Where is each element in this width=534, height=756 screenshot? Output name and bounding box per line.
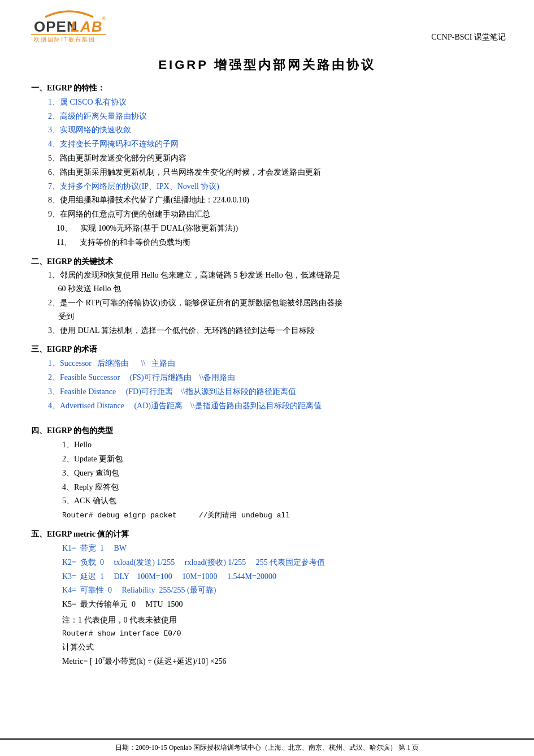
- debug-line: Router# debug eigrp packet //关闭请用 undebu…: [62, 509, 503, 522]
- content-area: EIGRP 增强型内部网关路由协议 一、EIGRP 的特性： 1、属 CISCO…: [0, 51, 534, 738]
- section4: 四、EIGRP 的包的类型 1、Hello 2、Update 更新包 3、Que…: [31, 424, 503, 522]
- item-4-3: 3、Query 查询包: [62, 466, 503, 480]
- k1-line: K1= 带宽 1 BW: [62, 542, 503, 555]
- section2-title: 二、EIGRP 的关键技术: [31, 255, 503, 269]
- section5-title: 五、EIGRP metric 值的计算: [31, 528, 503, 541]
- logo: OPEN LAB ® 欧朋国际IT教育集团: [28, 10, 110, 45]
- header-right-text: CCNP-BSCI 课堂笔记: [431, 32, 506, 45]
- svg-text:欧朋国际IT教育集团: 欧朋国际IT教育集团: [34, 36, 95, 42]
- main-title: EIGRP 增强型内部网关路由协议: [31, 57, 503, 74]
- item-1-11: 11、 支持等价的和非等价的负载均衡: [57, 236, 503, 249]
- section1-title: 一、EIGRP 的特性：: [31, 81, 503, 95]
- section4-title: 四、EIGRP 的包的类型: [31, 424, 503, 438]
- k2-line: K2= 负载 0 txload(发送) 1/255 rxload(接收) 1/2…: [62, 556, 503, 569]
- item-4-4: 4、Reply 应答包: [62, 481, 503, 494]
- item-1-5: 5、路由更新时发送变化部分的更新内容: [48, 152, 503, 165]
- item-1-9: 9、在网络的任意点可方便的创建手动路由汇总: [48, 208, 503, 221]
- section5: 五、EIGRP metric 值的计算 K1= 带宽 1 BW K2= 负载 0…: [31, 528, 503, 668]
- item-1-8: 8、使用组播和单播技术代替了广播(组播地址：224.0.0.10): [48, 193, 503, 207]
- item-1-10: 10、 实现 100%无环路(基于 DUAL(弥散更新算法)): [57, 222, 503, 235]
- svg-text:LAB: LAB: [71, 18, 102, 35]
- logo-svg: OPEN LAB ® 欧朋国际IT教育集团: [28, 10, 110, 43]
- item-1-6: 6、路由更新采用触发更新机制，只当网络发生变化的时候，才会发送路由更新: [48, 166, 503, 179]
- item-3-2: 2、Feasible Successor (FS)可行后继路由 \\备用路由: [48, 371, 503, 385]
- item-1-1: 1、属 CISCO 私有协议: [48, 96, 503, 109]
- item-2-1: 1、邻居的发现和恢复使用 Hello 包来建立，高速链路 5 秒发送 Hello…: [48, 269, 503, 296]
- item-1-4: 4、支持变长子网掩码和不连续的子网: [48, 137, 503, 151]
- note-line: 注：1 代表使用，0 代表未被使用: [62, 614, 503, 627]
- page: OPEN LAB ® 欧朋国际IT教育集团 CCNP-BSCI 课堂笔记 EIG…: [0, 0, 534, 756]
- item-1-2: 2、高级的距离矢量路由协议: [48, 110, 503, 123]
- k4-line: K4= 可靠性 0 Reliability 255/255 (最可靠): [62, 584, 503, 597]
- formula-title: 计算公式: [62, 641, 503, 654]
- item-3-3: 3、Feasible Distance (FD)可行距离 \\指从源到达目标段的…: [48, 385, 503, 399]
- section1: 一、EIGRP 的特性： 1、属 CISCO 私有协议 2、高级的距离矢量路由协…: [31, 81, 503, 249]
- show-line: Router# show interface E0/0: [62, 628, 503, 640]
- section2: 二、EIGRP 的关键技术 1、邻居的发现和恢复使用 Hello 包来建立，高速…: [31, 255, 503, 338]
- item-2-2: 2、是一个 RTP(可靠的传输协议)协议，能够保证所有的更新数据包能被邻居路由器…: [48, 296, 503, 323]
- footer-text: 日期：2009-10-15 Openlab 国际授权培训考试中心（上海、北京、南…: [115, 743, 419, 753]
- header: OPEN LAB ® 欧朋国际IT教育集团 CCNP-BSCI 课堂笔记: [0, 0, 534, 51]
- formula-line: Metric= [ 107最小带宽(k) ÷ (延迟+延迟)/10] ×256: [62, 655, 503, 668]
- k3-line: K3= 延迟 1 DLY 100M=100 10M=1000 1.544M=20…: [62, 570, 503, 584]
- section3: 三、EIGRP 的术语 1、Successor 后继路由 \\ 主路由 2、Fe…: [31, 343, 503, 412]
- k5-line: K5= 最大传输单元 0 MTU 1500: [62, 598, 503, 611]
- section3-title: 三、EIGRP 的术语: [31, 343, 503, 356]
- item-4-1: 1、Hello: [62, 438, 503, 452]
- item-2-3: 3、使用 DUAL 算法机制，选择一个低代价、无环路的路径到达每一个目标段: [48, 324, 503, 338]
- logo-area: OPEN LAB ® 欧朋国际IT教育集团: [28, 10, 110, 45]
- item-3-4: 4、Advertised Distance (AD)通告距离 \\是指通告路由器…: [48, 399, 503, 413]
- item-3-1: 1、Successor 后继路由 \\ 主路由: [48, 357, 503, 370]
- footer: 日期：2009-10-15 Openlab 国际授权培训考试中心（上海、北京、南…: [0, 738, 534, 756]
- item-1-7: 7、支持多个网络层的协议(IP、IPX、Novell 协议): [48, 180, 503, 193]
- item-1-3: 3、实现网络的快速收敛: [48, 123, 503, 137]
- item-4-5: 5、ACK 确认包: [62, 494, 503, 508]
- svg-text:®: ®: [102, 16, 106, 21]
- item-4-2: 2、Update 更新包: [62, 452, 503, 466]
